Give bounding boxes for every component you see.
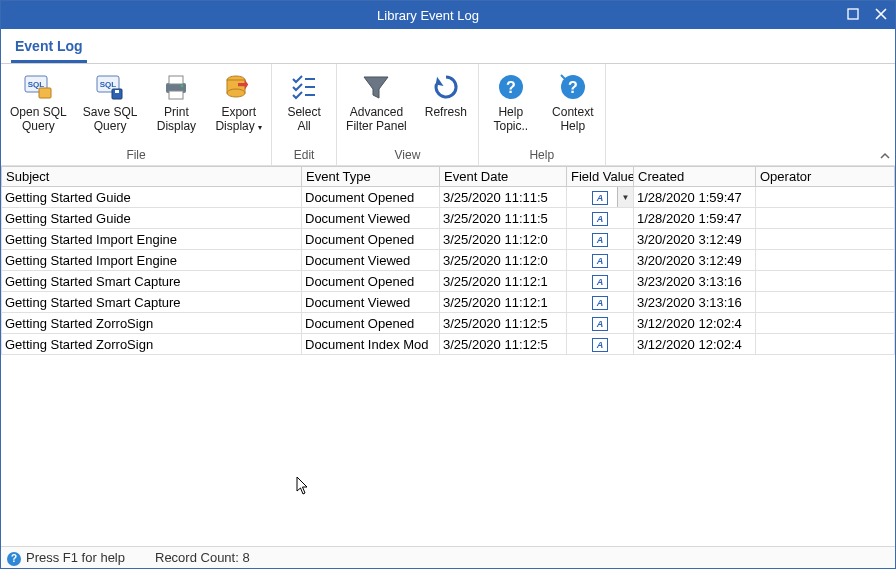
col-field-values[interactable]: Field Values [567,167,634,187]
window-title: Library Event Log [9,8,847,23]
refresh-button[interactable]: Refresh [416,68,476,137]
cell-event_type[interactable]: Document Opened [302,187,440,208]
cell-subject[interactable]: Getting Started Smart Capture [2,292,302,313]
cell-event_date[interactable]: 3/25/2020 11:12:0 [440,229,567,250]
field-values-icon[interactable]: A [592,191,608,205]
cell-created[interactable]: 3/12/2020 12:02:4 [634,313,756,334]
save-sql-query-button[interactable]: SQL Save SQL Query [76,68,145,137]
cell-operator[interactable] [756,229,895,250]
table-row[interactable]: Getting Started ZorroSignDocument Index … [2,334,895,355]
refresh-icon [430,71,462,103]
cell-event_type[interactable]: Document Opened [302,271,440,292]
cell-event_date[interactable]: 3/25/2020 11:11:5 [440,208,567,229]
btn-label: Display [157,119,196,133]
cell-subject[interactable]: Getting Started Import Engine [2,250,302,271]
cell-FV[interactable]: A [567,292,634,313]
cell-created[interactable]: 3/23/2020 3:13:16 [634,271,756,292]
cell-event_type[interactable]: Document Opened [302,313,440,334]
cell-event_date[interactable]: 3/25/2020 11:12:5 [440,313,567,334]
svg-point-14 [227,89,245,97]
col-created[interactable]: Created [634,167,756,187]
field-values-icon[interactable]: A [592,338,608,352]
btn-label: Save SQL [83,105,138,119]
col-event-date[interactable]: Event Date [440,167,567,187]
cell-FV[interactable]: A [567,229,634,250]
print-display-button[interactable]: Print Display [146,68,206,137]
cell-operator[interactable] [756,313,895,334]
cell-FV[interactable]: A▼ [567,187,634,208]
cell-operator[interactable] [756,334,895,355]
cell-subject[interactable]: Getting Started Guide [2,208,302,229]
btn-label: Help [560,119,585,133]
cell-created[interactable]: 1/28/2020 1:59:47 [634,208,756,229]
table-row[interactable]: Getting Started GuideDocument Viewed3/25… [2,208,895,229]
cell-event_date[interactable]: 3/25/2020 11:11:5 [440,187,567,208]
cell-subject[interactable]: Getting Started ZorroSign [2,334,302,355]
export-display-button[interactable]: Export Display ▾ [208,68,269,137]
help-icon: ? [495,71,527,103]
ribbon-collapse-icon[interactable] [875,64,895,165]
cell-operator[interactable] [756,250,895,271]
cell-created[interactable]: 3/12/2020 12:02:4 [634,334,756,355]
table-row[interactable]: Getting Started Smart CaptureDocument Op… [2,271,895,292]
cell-FV[interactable]: A [567,313,634,334]
btn-label: Open SQL [10,105,67,119]
cell-event_type[interactable]: Document Viewed [302,208,440,229]
cell-created[interactable]: 1/28/2020 1:59:47 [634,187,756,208]
chevron-down-icon: ▾ [258,123,262,132]
cell-operator[interactable] [756,271,895,292]
field-values-icon[interactable]: A [592,254,608,268]
chevron-down-icon[interactable]: ▼ [617,187,633,207]
field-values-icon[interactable]: A [592,296,608,310]
cell-FV[interactable]: A [567,208,634,229]
cell-operator[interactable] [756,292,895,313]
btn-label: Export [221,105,256,119]
cell-created[interactable]: 3/20/2020 3:12:49 [634,229,756,250]
maximize-icon[interactable] [847,7,859,23]
open-sql-query-button[interactable]: SQL Open SQL Query [3,68,74,137]
table-row[interactable]: Getting Started Import EngineDocument Vi… [2,250,895,271]
context-help-button[interactable]: ? Context Help [543,68,603,137]
table-row[interactable]: Getting Started Smart CaptureDocument Vi… [2,292,895,313]
cell-operator[interactable] [756,187,895,208]
cell-subject[interactable]: Getting Started ZorroSign [2,313,302,334]
field-values-icon[interactable]: A [592,233,608,247]
cell-event_type[interactable]: Document Viewed [302,250,440,271]
help-topic-button[interactable]: ? Help Topic.. [481,68,541,137]
field-values-icon[interactable]: A [592,317,608,331]
table-row[interactable]: Getting Started GuideDocument Opened3/25… [2,187,895,208]
status-record-count: Record Count: 8 [155,550,250,565]
cell-created[interactable]: 3/20/2020 3:12:49 [634,250,756,271]
field-values-icon[interactable]: A [592,275,608,289]
cell-event_date[interactable]: 3/25/2020 11:12:5 [440,334,567,355]
select-all-button[interactable]: Select All [274,68,334,137]
cell-FV[interactable]: A [567,271,634,292]
cell-subject[interactable]: Getting Started Smart Capture [2,271,302,292]
cell-created[interactable]: 3/23/2020 3:13:16 [634,292,756,313]
col-subject[interactable]: Subject [2,167,302,187]
tab-event-log[interactable]: Event Log [11,35,87,63]
ribbon-group-label: File [3,147,269,163]
cell-FV[interactable]: A [567,334,634,355]
cell-subject[interactable]: Getting Started Guide [2,187,302,208]
ribbon: SQL Open SQL Query SQL Save SQL Query Pr… [1,64,895,166]
event-log-grid[interactable]: Subject Event Type Event Date Field Valu… [1,166,895,546]
field-values-icon[interactable]: A [592,212,608,226]
table-row[interactable]: Getting Started ZorroSignDocument Opened… [2,313,895,334]
advanced-filter-panel-button[interactable]: Advanced Filter Panel [339,68,414,137]
col-operator[interactable]: Operator [756,167,895,187]
cell-operator[interactable] [756,208,895,229]
col-event-type[interactable]: Event Type [302,167,440,187]
cell-subject[interactable]: Getting Started Import Engine [2,229,302,250]
cell-event_type[interactable]: Document Viewed [302,292,440,313]
cell-event_date[interactable]: 3/25/2020 11:12:0 [440,250,567,271]
btn-label: Select [287,105,320,119]
cell-event_type[interactable]: Document Opened [302,229,440,250]
table-row[interactable]: Getting Started Import EngineDocument Op… [2,229,895,250]
cell-event_date[interactable]: 3/25/2020 11:12:1 [440,271,567,292]
btn-label: Advanced [350,105,403,119]
cell-event_type[interactable]: Document Index Mod [302,334,440,355]
cell-FV[interactable]: A [567,250,634,271]
cell-event_date[interactable]: 3/25/2020 11:12:1 [440,292,567,313]
close-icon[interactable] [875,7,887,23]
